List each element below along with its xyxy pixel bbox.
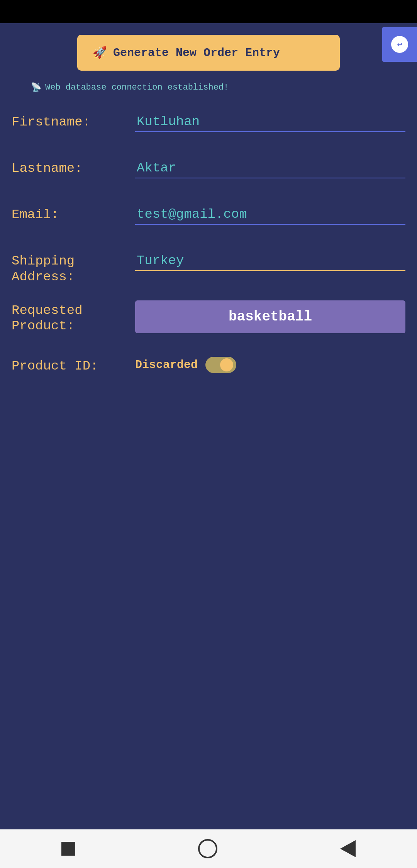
firstname-row: Firstname: <box>12 112 405 143</box>
toggle-track <box>205 357 236 373</box>
circle-icon <box>198 839 217 858</box>
form-section: Firstname: Lastname: Email: ShippingAddr… <box>8 112 409 380</box>
product-dropdown-button[interactable]: basketball <box>135 300 405 333</box>
product-id-label: Product ID: <box>12 356 135 374</box>
firstname-input-area <box>135 112 405 132</box>
connection-status-text: Web database connection established! <box>45 83 229 92</box>
rocket-emoji: 🚀 <box>93 46 107 60</box>
product-id-toggle[interactable] <box>205 357 236 373</box>
product-id-input-area: Discarded <box>135 357 405 373</box>
product-label: RequestedProduct: <box>12 300 135 334</box>
lastname-row: Lastname: <box>12 158 405 189</box>
stop-button[interactable] <box>61 842 75 856</box>
redo-icon: ↩ <box>391 36 408 53</box>
toggle-container: Discarded <box>135 357 405 373</box>
generate-order-button[interactable]: 🚀 Generate New Order Entry <box>77 35 340 71</box>
lastname-input-area <box>135 158 405 178</box>
back-button[interactable] <box>340 840 356 857</box>
triangle-back-icon <box>340 840 356 857</box>
product-row: RequestedProduct: basketball <box>12 300 405 334</box>
email-row: Email: <box>12 205 405 236</box>
product-dropdown-value: basketball <box>229 309 312 325</box>
satellite-emoji: 📡 <box>31 82 41 93</box>
lastname-label: Lastname: <box>12 158 135 176</box>
shipping-input[interactable] <box>135 251 405 271</box>
product-input-area: basketball <box>135 300 405 333</box>
status-message-row: 📡 Web database connection established! <box>8 82 409 93</box>
generate-order-label: Generate New Order Entry <box>113 46 280 59</box>
firstname-label: Firstname: <box>12 112 135 130</box>
email-input[interactable] <box>135 205 405 225</box>
product-id-row: Product ID: Discarded <box>12 349 405 380</box>
main-content: 🚀 Generate New Order Entry 📡 Web databas… <box>0 23 417 829</box>
square-icon <box>61 842 75 856</box>
status-bar <box>0 0 417 23</box>
top-right-back-button[interactable]: ↩ <box>382 27 417 62</box>
email-input-area <box>135 205 405 225</box>
shipping-label: ShippingAddress: <box>12 251 135 285</box>
bottom-nav <box>0 829 417 868</box>
email-label: Email: <box>12 205 135 223</box>
firstname-input[interactable] <box>135 112 405 132</box>
lastname-input[interactable] <box>135 158 405 178</box>
toggle-thumb <box>220 358 233 371</box>
home-button[interactable] <box>198 839 217 858</box>
shipping-input-area <box>135 251 405 271</box>
shipping-row: ShippingAddress: <box>12 251 405 285</box>
discarded-label: Discarded <box>135 358 198 371</box>
